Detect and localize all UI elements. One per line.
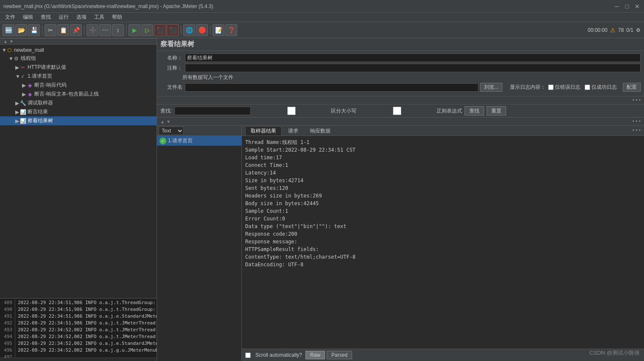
menu-run[interactable]: 运行 <box>55 13 72 22</box>
tree-item[interactable]: ▶◆断言-响应代码 <box>0 81 157 90</box>
view-type-select[interactable]: Text XML JSON HTML <box>159 127 184 135</box>
filename-input[interactable] <box>185 83 479 92</box>
arrow-down2-icon[interactable]: ▼ <box>166 119 171 124</box>
timer-display: 00:00:00 <box>588 27 608 33</box>
more-dots-bottom[interactable]: • • • <box>633 118 641 124</box>
content-tabs: 取样器结果 请求 响应数据 • • • Thread Name:线程组 1-1S… <box>242 126 644 361</box>
reset-button[interactable]: 重置 <box>487 106 506 116</box>
menu-file[interactable]: 文件 <box>2 13 19 22</box>
menu-help[interactable]: 帮助 <box>109 13 126 22</box>
browse-button[interactable]: 刘览... <box>480 83 502 92</box>
find-button[interactable]: 查找 <box>465 106 484 116</box>
log-line-text: 2022-08-29 22:34:52,002 INFO o.a.j.t.JMe… <box>18 327 157 333</box>
tree-item[interactable]: ▶✂HTTP请求默认值 <box>0 63 157 72</box>
name-input[interactable] <box>185 54 641 62</box>
content-body: Thread Name:线程组 1-1Sample Start:2022-08-… <box>242 136 644 349</box>
name-label: 名称： <box>160 54 182 62</box>
tab-response-data[interactable]: 响应数据 <box>305 126 336 135</box>
menu-tools[interactable]: 工具 <box>91 13 108 22</box>
more-dots-top[interactable]: • • • <box>633 97 641 103</box>
panel-header: 察看结果树 <box>157 38 644 51</box>
toolbar-collapse[interactable]: ➖ <box>99 24 111 36</box>
toolbar-sep4 <box>181 25 181 35</box>
toolbar-sep1 <box>42 25 42 35</box>
warning-count: 78 <box>618 27 624 33</box>
maximize-button[interactable]: □ <box>624 3 630 10</box>
thread-info: 0/1 <box>626 27 633 33</box>
toolbar-cut[interactable]: ✂ <box>45 24 56 36</box>
tree-item[interactable]: ▼⬡newbee_mall <box>0 46 157 54</box>
menu-options[interactable]: 选项 <box>73 13 90 22</box>
parsed-button[interactable]: Parsed <box>327 351 352 359</box>
content-line: Sample Start:2022-08-29 22:34:51 CST <box>245 146 641 154</box>
left-panel: ▲ ▼ ▼⬡newbee_mall▼⚙线程组▶✂HTTP请求默认值▼✓1.请求首… <box>0 38 157 361</box>
raw-button[interactable]: Raw <box>305 351 325 359</box>
menu-find[interactable]: 查找 <box>37 13 54 22</box>
log-line: 4962022-08-29 22:34:52,002 INFO o.a.j.g.… <box>2 347 155 354</box>
scroll-auto-label[interactable]: Scroll automatically? <box>255 352 302 358</box>
tree-item[interactable]: ▶📊断言结果 <box>0 107 157 116</box>
toolbar-run-no-pause[interactable]: ▷ <box>141 24 153 36</box>
log-line-number: 497 <box>2 354 15 358</box>
settings-icon[interactable]: ⚙ <box>636 27 641 33</box>
arrow-up2-icon[interactable]: ▲ <box>160 119 165 124</box>
toolbar-sep5 <box>210 25 210 35</box>
toolbar-remote-stop[interactable]: 🛑 <box>196 24 208 36</box>
case-sensitive-checkbox[interactable] <box>253 107 330 115</box>
menu-edit[interactable]: 编辑 <box>20 13 36 22</box>
regex-checkbox[interactable] <box>359 107 435 115</box>
toolbar-toggle[interactable]: ↕ <box>112 24 124 36</box>
log-line-number: 492 <box>2 320 15 327</box>
toolbar-copy[interactable]: 📋 <box>57 24 69 36</box>
log-line: 4942022-08-29 22:34:52,002 INFO o.a.j.t.… <box>2 333 155 340</box>
log-line: 4912022-08-29 22:34:51,986 INFO o.a.j.e.… <box>2 313 155 320</box>
toolbar-shutdown[interactable]: ⬛ <box>167 24 179 36</box>
errors-only-checkbox[interactable] <box>548 85 554 90</box>
toolbar-open[interactable]: 📂 <box>15 24 27 36</box>
toolbar-expand[interactable]: ➕ <box>87 24 98 36</box>
close-button[interactable]: ✕ <box>634 3 641 10</box>
content-line: Sample Count:1 <box>245 207 641 215</box>
toolbar-template[interactable]: 📝 <box>213 24 224 36</box>
arrow-down-icon[interactable]: ▼ <box>9 39 14 44</box>
log-line: 4932022-08-29 22:34:52,002 INFO o.a.j.t.… <box>2 327 155 333</box>
toolbar-paste[interactable]: 📌 <box>70 24 82 36</box>
config-button[interactable]: 配置 <box>623 83 641 92</box>
tab-sampler-result[interactable]: 取样器结果 <box>245 126 282 135</box>
window-controls[interactable]: ─ □ ✕ <box>613 3 641 10</box>
log-line: 497 <box>2 354 155 358</box>
result-item[interactable]: ✓ 1.请求首页 <box>157 136 241 146</box>
comment-input[interactable] <box>185 64 641 72</box>
toolbar-help[interactable]: ❓ <box>225 24 237 36</box>
tree-item[interactable]: ▶◆断言-响应文本-包含新品上线 <box>0 90 157 99</box>
toolbar-save[interactable]: 💾 <box>28 24 40 36</box>
tabs-more-icon[interactable]: • • • <box>633 127 641 133</box>
toolbar-stop[interactable]: ⬛ <box>154 24 166 36</box>
tree-item[interactable]: ▼⚙线程组 <box>0 54 157 63</box>
content-line: Connect Time:1 <box>245 161 641 169</box>
toolbar-sep3 <box>126 25 126 35</box>
bottom-controls: Scroll automatically? Raw Parsed <box>242 349 644 361</box>
tree-item-label: 调试取样器 <box>28 99 155 107</box>
tree-item[interactable]: ▶🔧调试取样器 <box>0 99 157 107</box>
content-line: ContentType: text/html;charset=UTF-8 <box>245 253 641 261</box>
log-line-text <box>18 354 155 358</box>
log-scroll-bar[interactable] <box>0 358 157 361</box>
success-only-checkbox[interactable] <box>585 85 590 90</box>
tree-arrow-icon: ▶ <box>22 91 26 97</box>
toolbar-remote-run[interactable]: 🌐 <box>183 24 195 36</box>
tab-request[interactable]: 请求 <box>283 126 304 135</box>
toolbar-run[interactable]: ▶ <box>129 24 140 36</box>
tree-item-icon: 🔧 <box>20 100 26 106</box>
toolbar-new[interactable]: 🆕 <box>3 24 14 36</box>
tree-item[interactable]: ▶📊察看结果树 <box>0 116 157 125</box>
minimize-button[interactable]: ─ <box>613 3 620 10</box>
right-panel: 察看结果树 名称： 注释： 所有数据写入一个文件 文件名 刘览... 显示日志内… <box>157 38 644 361</box>
tree-item[interactable]: ▼✓1.请求首页 <box>0 72 157 81</box>
log-line-text: 2022-08-29 22:34:51,986 INFO o.a.j.t.Thr… <box>18 306 157 313</box>
arrow-up-icon[interactable]: ▲ <box>3 39 8 44</box>
search-input[interactable] <box>174 107 251 115</box>
main-area: ▲ ▼ ▼⬡newbee_mall▼⚙线程组▶✂HTTP请求默认值▼✓1.请求首… <box>0 38 644 361</box>
scroll-auto-checkbox[interactable] <box>245 353 251 358</box>
result-item-label: 1.请求首页 <box>168 137 193 144</box>
